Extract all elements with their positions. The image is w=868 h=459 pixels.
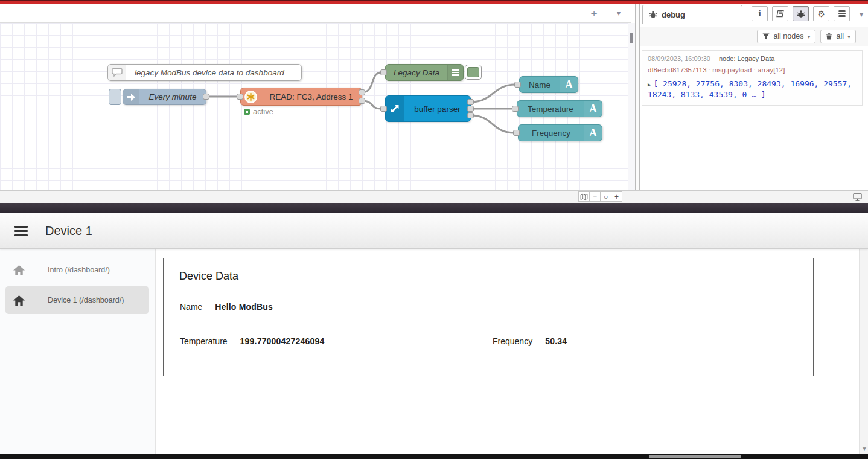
- field-value: Hello ModBus: [215, 302, 273, 312]
- node-status: active: [244, 107, 273, 116]
- bug-icon: [797, 10, 805, 18]
- flow-canvas[interactable]: legacy ModBus device data to dashboard E…: [0, 23, 628, 190]
- field-label: Name: [180, 302, 202, 312]
- bottom-window-edge: [0, 454, 868, 459]
- navigator-button[interactable]: [578, 191, 590, 202]
- debug-filter-button[interactable]: all nodes ▾: [757, 30, 815, 43]
- tab-info-button[interactable]: i: [752, 6, 768, 21]
- modbus-output-port-2[interactable]: [359, 98, 365, 104]
- ui-text-node-name[interactable]: Name A: [519, 76, 578, 93]
- field-name: Name Hello ModBus: [180, 302, 273, 312]
- parser-output-port-3[interactable]: [467, 112, 474, 118]
- sidebar-item-intro[interactable]: Intro (/dashboard/): [0, 257, 156, 283]
- parser-output-port-1[interactable]: [467, 99, 474, 105]
- plus-icon: +: [614, 193, 619, 201]
- open-debug-window-button[interactable]: [852, 192, 863, 202]
- text-a-icon: A: [584, 125, 602, 141]
- debug-filter-label: all nodes: [773, 32, 803, 40]
- tab-debug-button[interactable]: [793, 6, 809, 21]
- debug-enable-toggle[interactable]: [465, 65, 482, 80]
- field-value: 50.34: [545, 336, 567, 346]
- debug-node[interactable]: Legacy Data: [385, 64, 464, 81]
- tab-context-button[interactable]: [834, 6, 850, 21]
- flow-tabbar: + ▾: [0, 4, 631, 23]
- comment-bubble-icon: [108, 65, 126, 80]
- chevron-down-icon: ▾: [860, 10, 863, 19]
- inject-trigger-button[interactable]: [109, 89, 121, 105]
- debug-message-list: 08/09/2023, 16:09:30 node: Legacy Data d…: [640, 46, 864, 190]
- dashboard-sidebar: Intro (/dashboard/) Device 1 (/dashboard…: [0, 249, 156, 455]
- expand-caret-icon[interactable]: ▶: [648, 82, 651, 88]
- ui-text-label: Name: [520, 80, 560, 89]
- modbus-output-port-1[interactable]: [359, 89, 365, 95]
- horizontal-scrollbar-thumb[interactable]: [649, 455, 741, 458]
- sidebar-resize-handle[interactable]: [635, 4, 640, 203]
- modbus-input-port[interactable]: [237, 94, 243, 100]
- parser-output-port-2[interactable]: [467, 106, 474, 112]
- inject-node[interactable]: Every minute: [123, 89, 206, 105]
- info-icon: i: [758, 8, 761, 19]
- chevron-down-icon: ▾: [847, 33, 850, 40]
- debug-list-icon: [447, 65, 463, 80]
- map-icon: [580, 193, 588, 201]
- modbus-read-label: READ: FC3, Address 1: [261, 92, 362, 101]
- buffer-parser-node[interactable]: buffer parser: [385, 95, 471, 122]
- dashboard-vertical-scrollbar[interactable]: ▼: [859, 213, 868, 454]
- dashboard-body: Intro (/dashboard/) Device 1 (/dashboard…: [0, 249, 868, 455]
- canvas-vertical-scrollbar[interactable]: [628, 23, 635, 190]
- flow-list-button[interactable]: ▾: [617, 9, 621, 18]
- inject-output-port[interactable]: [203, 94, 209, 100]
- zoom-reset-button[interactable]: ○: [600, 191, 611, 202]
- expand-arrows-icon: [386, 96, 404, 121]
- ui-name-input-port[interactable]: [514, 82, 521, 88]
- tab-config-button[interactable]: ⚙: [813, 6, 829, 21]
- chevron-down-icon: ▾: [617, 9, 621, 18]
- card-title: Device Data: [179, 270, 238, 283]
- sidebar-item-label: Device 1 (/dashboard/): [48, 296, 124, 304]
- comment-label: legacy ModBus device data to dashboard: [126, 68, 284, 77]
- field-label: Frequency: [493, 336, 532, 346]
- device-data-card: Device Data Name Hello ModBus Temperatur…: [163, 258, 814, 376]
- dashboard-title: Device 1: [45, 224, 92, 238]
- add-flow-button[interactable]: +: [587, 7, 601, 21]
- debug-clear-button[interactable]: all ▾: [820, 30, 856, 43]
- scroll-down-arrow-icon[interactable]: ▼: [861, 445, 867, 452]
- zoom-out-button[interactable]: −: [589, 191, 601, 202]
- database-icon: [838, 10, 846, 18]
- sidebar-item-label: Intro (/dashboard/): [48, 266, 110, 274]
- comment-node[interactable]: legacy ModBus device data to dashboard: [107, 64, 302, 81]
- top-red-bar: [0, 0, 868, 4]
- chevron-down-icon: ▾: [807, 33, 810, 40]
- ui-text-node-frequency[interactable]: Frequency A: [518, 124, 602, 141]
- field-temperature: Temperature 199.77000427246094: [180, 336, 324, 346]
- ui-temperature-input-port[interactable]: [512, 106, 519, 112]
- plus-icon: +: [590, 7, 597, 20]
- modbus-read-node[interactable]: READ: FC3, Address 1: [240, 88, 362, 106]
- buffer-parser-label: buffer parser: [404, 104, 470, 114]
- ui-text-label: Frequency: [519, 129, 584, 138]
- field-frequency: Frequency 50.34: [493, 336, 567, 346]
- debug-node-ref: node: Legacy Data: [719, 55, 774, 62]
- tab-debug[interactable]: debug: [642, 5, 742, 24]
- ui-text-node-temperature[interactable]: Temperature A: [517, 100, 602, 117]
- debug-payload: ▶[ 25928, 27756, 8303, 28493, 16996, 295…: [648, 79, 863, 100]
- funnel-icon: [762, 33, 770, 40]
- debug-clear-label: all: [836, 32, 844, 40]
- dashboard-header: Device 1: [0, 213, 868, 249]
- tab-help-button[interactable]: [772, 6, 788, 21]
- ui-frequency-input-port[interactable]: [513, 130, 520, 136]
- minus-icon: −: [593, 193, 597, 201]
- tab-debug-label: debug: [662, 10, 685, 19]
- debug-message: 08/09/2023, 16:09:30 node: Legacy Data d…: [642, 50, 863, 106]
- sidebar-menu-button[interactable]: ▾: [860, 10, 863, 19]
- home-icon: [12, 264, 26, 277]
- menu-icon[interactable]: [14, 223, 28, 239]
- parser-input-port[interactable]: [380, 106, 387, 112]
- gear-icon: ⚙: [817, 9, 825, 19]
- status-text: active: [253, 107, 273, 116]
- sidebar-item-device-1[interactable]: Device 1 (/dashboard/): [5, 286, 149, 314]
- window-separator: [0, 203, 868, 213]
- debug-input-port[interactable]: [380, 69, 387, 75]
- zoom-in-button[interactable]: +: [611, 191, 622, 202]
- debug-timestamp: 08/09/2023, 16:09:30: [648, 55, 710, 62]
